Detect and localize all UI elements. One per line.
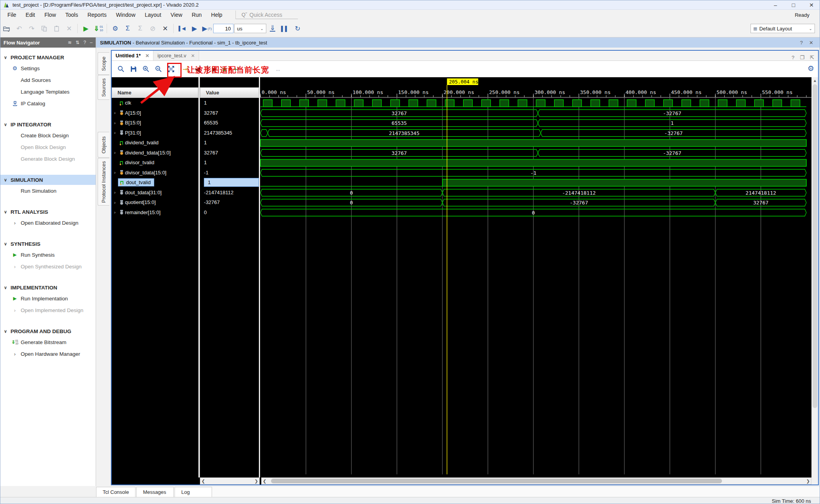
- expand-chevron-icon[interactable]: ›: [112, 190, 118, 195]
- layout-selector[interactable]: ▦Default Layout⌄: [750, 24, 815, 33]
- value-column-header[interactable]: Value: [200, 87, 259, 98]
- signal-value-row[interactable]: 1: [200, 177, 259, 188]
- chevron-down-icon[interactable]: ∨: [0, 209, 11, 215]
- signal-value-row[interactable]: -32767: [200, 197, 259, 208]
- console-tab-log[interactable]: Log: [175, 487, 212, 497]
- signal-name-row[interactable]: ›P[31:0]: [112, 128, 198, 138]
- scroll-left-arrow-icon[interactable]: ❮: [201, 479, 205, 484]
- chevron-down-icon[interactable]: ∨: [0, 55, 11, 60]
- wave-horizontal-scrollbar[interactable]: ❮ ❯: [261, 477, 811, 484]
- expand-collapse-icon[interactable]: ⇅: [76, 40, 80, 45]
- nav-item-run-implementation[interactable]: ▶Run Implementation: [0, 293, 96, 304]
- help-icon[interactable]: ?: [800, 40, 803, 46]
- close-icon[interactable]: ✕: [191, 53, 195, 59]
- expand-chevron-icon[interactable]: ›: [112, 121, 118, 125]
- run-all-button[interactable]: ▶: [189, 23, 200, 34]
- help-icon[interactable]: ?: [84, 40, 86, 45]
- tab-ipcore_testv[interactable]: ipcore_test.v✕: [153, 51, 199, 60]
- chevron-down-icon[interactable]: ∨: [0, 122, 11, 127]
- maximize-button[interactable]: □: [784, 0, 802, 9]
- expand-chevron-icon[interactable]: ›: [112, 170, 118, 175]
- side-tab-sources[interactable]: Sources: [98, 75, 109, 100]
- close-button[interactable]: ✕: [802, 0, 820, 9]
- nav-item-generate-bitstream[interactable]: ⇓0110Generate Bitstream: [0, 336, 96, 348]
- run-time-input[interactable]: [213, 24, 234, 33]
- nav-item-open-hardware-manager[interactable]: ›Open Hardware Manager: [0, 348, 96, 360]
- section-synthesis[interactable]: ∨SYNTHESIS: [0, 239, 96, 249]
- menu-window[interactable]: Window: [111, 11, 140, 19]
- console-tab-messages[interactable]: Messages: [136, 487, 174, 497]
- close-icon[interactable]: ✕: [145, 53, 149, 59]
- menu-view[interactable]: View: [166, 11, 187, 19]
- nav-item-open-elaborated-design[interactable]: ›Open Elaborated Design: [0, 217, 96, 229]
- minimize-icon[interactable]: –: [90, 40, 93, 45]
- search-icon[interactable]: [116, 64, 127, 75]
- generate-bitstream-button[interactable]: ⇓0110: [93, 23, 104, 34]
- menu-file[interactable]: File: [3, 11, 21, 19]
- float-icon[interactable]: ❐: [800, 55, 804, 60]
- section-rtl-analysis[interactable]: ∨RTL ANALYSIS: [0, 207, 96, 217]
- signal-value-row[interactable]: 0: [200, 208, 259, 218]
- expand-chevron-icon[interactable]: ›: [112, 150, 118, 155]
- scroll-right-arrow-icon[interactable]: ❯: [806, 479, 810, 484]
- close-icon[interactable]: ✕: [809, 40, 813, 46]
- menu-layout[interactable]: Layout: [140, 11, 166, 19]
- signal-value-row[interactable]: 1: [200, 158, 259, 168]
- signal-name-row[interactable]: ›remainder[15:0]: [112, 208, 198, 218]
- menu-reports[interactable]: Reports: [83, 11, 111, 19]
- nav-item-settings[interactable]: ⚙Settings: [0, 62, 96, 74]
- value-column-scrollbar[interactable]: ❮ ❯: [200, 477, 260, 484]
- chevron-down-icon[interactable]: ∨: [0, 177, 11, 183]
- signal-name-row[interactable]: ›dividend_tdata[15:0]: [112, 148, 198, 158]
- menu-tools[interactable]: Tools: [61, 11, 83, 19]
- help-icon[interactable]: ?: [791, 55, 794, 60]
- quick-access-search[interactable]: Qˇ Quick Access: [235, 11, 298, 19]
- scroll-right-arrow-icon[interactable]: ❯: [255, 479, 258, 484]
- expand-chevron-icon[interactable]: ›: [112, 130, 118, 135]
- signal-value-row[interactable]: -1: [200, 168, 259, 178]
- console-tab-tcl-console[interactable]: Tcl Console: [96, 487, 135, 497]
- signal-value-row[interactable]: 1: [200, 138, 259, 148]
- menu-flow[interactable]: Flow: [40, 11, 61, 19]
- run-flow-button[interactable]: ▶: [80, 23, 92, 34]
- signal-name-row[interactable]: ›quotient[15:0]: [112, 197, 198, 208]
- signal-name-row[interactable]: dividend_tvalid: [112, 138, 198, 148]
- expand-chevron-icon[interactable]: ›: [112, 210, 118, 215]
- collapse-all-icon[interactable]: ≋: [68, 40, 72, 45]
- signal-value-row[interactable]: 65535: [200, 118, 259, 128]
- fit-selection-icon[interactable]: ↔: [273, 64, 283, 75]
- tab-untitled-1[interactable]: Untitled 1*✕: [112, 51, 153, 60]
- restart-simulation-button[interactable]: ▌◀: [176, 23, 188, 34]
- scroll-up-arrow-icon[interactable]: ▲: [812, 77, 818, 83]
- expand-chevron-icon[interactable]: ›: [112, 200, 118, 205]
- side-tab-objects[interactable]: Objects: [98, 132, 109, 158]
- menu-run[interactable]: Run: [187, 11, 207, 19]
- scrollbar-thumb[interactable]: [271, 479, 722, 483]
- scrollbar-thumb[interactable]: [813, 84, 817, 408]
- step-button[interactable]: ⇓: [267, 23, 278, 34]
- chevron-down-icon[interactable]: ∨: [0, 329, 11, 334]
- signal-name-row[interactable]: ›divisor_tdata[15:0]: [112, 168, 198, 178]
- nav-item-run-synthesis[interactable]: ▶Run Synthesis: [0, 249, 96, 261]
- signal-value-row[interactable]: 2147385345: [200, 128, 259, 138]
- scroll-left-arrow-icon[interactable]: ❮: [263, 479, 266, 484]
- signal-value-row[interactable]: 1: [200, 98, 259, 108]
- vertical-scrollbar[interactable]: ▲: [811, 77, 818, 477]
- settings-gear-button[interactable]: ⚙: [109, 23, 121, 34]
- side-tab-scope[interactable]: Scope: [98, 52, 109, 75]
- signal-value-row[interactable]: 32767: [200, 108, 259, 118]
- nav-item-create-block-design[interactable]: Create Block Design: [0, 130, 96, 141]
- section-program-and-debug[interactable]: ∨PROGRAM AND DEBUG: [0, 326, 96, 336]
- section-simulation[interactable]: ∨SIMULATION: [0, 175, 96, 185]
- signal-name-row[interactable]: ›B[15:0]: [112, 118, 198, 128]
- chevron-down-icon[interactable]: ∨: [0, 285, 11, 290]
- side-tab-protocol-instances[interactable]: Protocol Instances: [98, 158, 109, 206]
- menu-help[interactable]: Help: [207, 11, 227, 19]
- delete-breakpoints-button[interactable]: ✕: [159, 23, 171, 34]
- pause-button[interactable]: ▌▌: [279, 23, 291, 34]
- expand-chevron-icon[interactable]: ›: [112, 110, 118, 115]
- signal-name-row[interactable]: divisor_tvalid: [112, 158, 198, 168]
- signal-name-row[interactable]: ›dout_tdata[31:0]: [112, 188, 198, 198]
- wave-plot-area[interactable]: 0.000 ns50.000 ns100.000 ns150.000 ns200…: [260, 77, 811, 477]
- section-implementation[interactable]: ∨IMPLEMENTATION: [0, 282, 96, 293]
